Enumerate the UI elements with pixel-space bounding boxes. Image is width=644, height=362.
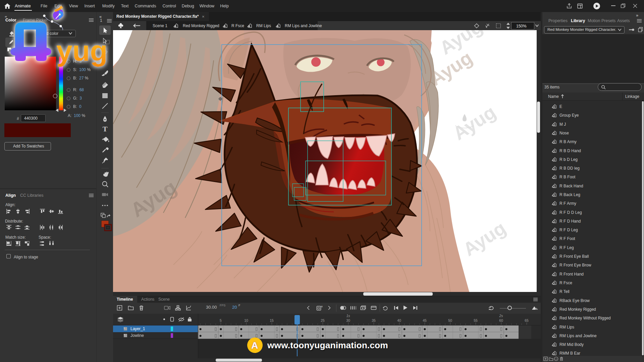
svg-text:35: 35 <box>372 318 376 322</box>
svg-text:5: 5 <box>220 318 222 322</box>
svg-text:T: T <box>103 125 108 133</box>
svg-text:1s: 1s <box>346 314 350 318</box>
svg-text:A: A <box>321 305 323 308</box>
svg-text:50: 50 <box>448 318 452 322</box>
svg-text:40: 40 <box>397 318 401 322</box>
svg-text:60: 60 <box>499 318 503 322</box>
svg-text:10: 10 <box>244 318 248 322</box>
svg-text:30: 30 <box>346 318 350 322</box>
svg-text:45: 45 <box>423 318 427 322</box>
svg-text:2s: 2s <box>499 314 503 318</box>
svg-text:15: 15 <box>270 318 274 322</box>
svg-text:25: 25 <box>321 318 325 322</box>
svg-text:55: 55 <box>474 318 478 322</box>
svg-text:65: 65 <box>525 318 529 322</box>
